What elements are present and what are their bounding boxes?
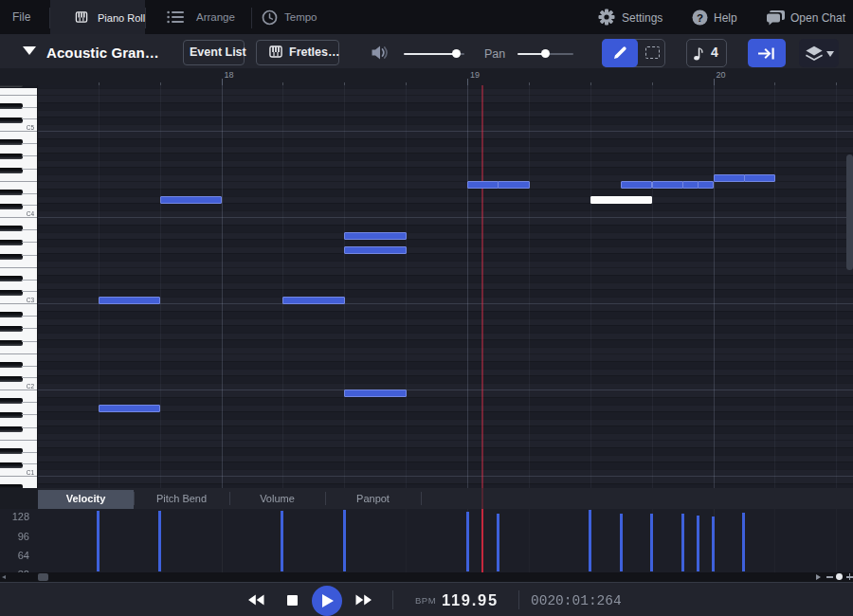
svg-text:?: ? bbox=[697, 12, 703, 24]
